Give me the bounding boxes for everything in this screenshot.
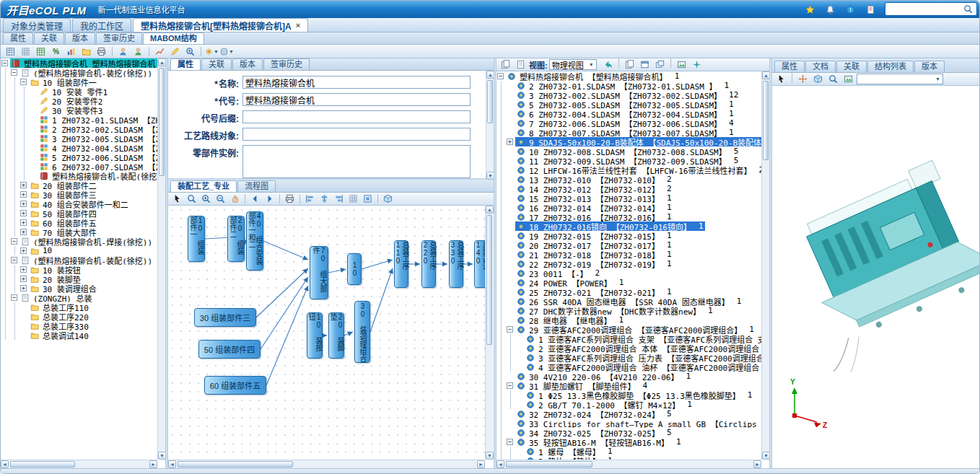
tree-row[interactable]: 10 安装 零件1 [1,87,165,96]
flow-node[interactable]: 10 组装部件一 [188,216,205,262]
chartline-icon[interactable] [153,45,167,58]
tree-row[interactable]: +60 组装部件五 [1,218,165,227]
grid-icon[interactable] [346,193,360,205]
tab-签审历史[interactable]: 签审历史 [96,32,142,44]
back-icon[interactable] [601,58,615,71]
star-icon[interactable] [803,3,816,16]
folder-icon[interactable] [79,45,93,58]
tree-row[interactable]: −(塑料热熔接铆合机-装挖(徐挖)) 塑料热熔接铆合机-装挖(徐挖) [1,68,165,77]
tree-row[interactable]: 4 ZH0732-004.SLDASM 【ZH07 [1,143,165,152]
scroll-thumb[interactable] [763,81,769,160]
tree-row[interactable]: 11 ZH0732-009.SLDASM 【ZH0732-009.SLDASM】… [496,156,769,165]
info-icon[interactable]: ! [844,3,857,16]
tree-row[interactable]: 13 ZH0732-010 【ZH0732-010】2 [496,175,769,184]
tree-row[interactable]: 18 ZH0732-016镜向 【ZH0732-016镜向】1 [496,221,769,231]
tree-row[interactable]: +30 组装部件三 [1,190,165,199]
chart-icon[interactable] [64,45,78,58]
doc-icon[interactable] [514,58,528,71]
table-icon[interactable] [4,45,17,58]
collapse-icon[interactable]: − [11,69,17,76]
tab-版本[interactable]: 版本 [65,32,95,44]
tab-属性[interactable]: 属性 [774,61,805,72]
tree-row[interactable]: 15 ZH0732-013 【ZH0732-013】1 [496,193,769,203]
tree-row[interactable]: 3 ZH0732-005.SLDASM 【ZH07 [1,133,165,143]
scroll-down-button[interactable]: ▼ [158,452,165,460]
tree-row[interactable]: 23 0011 【-】2 [496,268,769,278]
tree-row[interactable]: −35 轻按钮AB16-M 【轻按钮AB16-M】1 [496,437,769,447]
hand-icon[interactable] [228,193,242,205]
flow-node[interactable]: 30 组装部件三 [194,308,256,327]
field-input-名称[interactable] [242,76,471,89]
align-left-icon[interactable] [303,193,317,205]
expand-icon[interactable]: + [20,276,27,282]
db-icon[interactable]: ▼ [220,45,234,58]
zoom-icon[interactable] [185,193,198,205]
expand-icon[interactable]: + [20,266,27,273]
field-input-代号[interactable] [242,93,471,106]
cascade-icon[interactable] [653,58,667,71]
scroll-left-button[interactable]: ◄ [1,460,9,468]
expand-icon[interactable]: + [20,285,27,291]
align-right-icon[interactable] [332,193,346,205]
field-input-代号后缀[interactable] [242,110,471,123]
scroll-up-button[interactable]: ▲ [486,71,494,79]
tree-row[interactable]: 25 ZH0732-021 【ZH0732-021】1 [496,287,769,297]
zoom-in-icon[interactable] [183,45,197,58]
tree-row[interactable]: +50 组装部件四 [1,209,165,218]
flow-node[interactable]: 60 组装部件五 [204,376,266,395]
move-icon[interactable] [796,73,810,85]
tree-row[interactable]: 24 POWER 【POWER】1 [496,278,769,287]
tree-row[interactable]: 3 亚德客AFC系列调理组合_压力表 【亚德客AFC2000调理组合_压力 [496,353,769,362]
tree-row[interactable]: 6 ZH0732-007.SLDASM 【ZH07 [1,162,165,171]
align-center-icon[interactable] [318,193,331,205]
tree-row[interactable]: −(塑料热熔接铆合机-装配(徐挖)) 塑料热熔接铆合机-装配(徐挖) [1,255,165,265]
collapse-icon[interactable]: − [1,60,8,66]
scroll-thumb[interactable] [486,215,492,345]
flow-node[interactable]: 总装调试140 [474,240,485,288]
sheet-icon[interactable] [34,45,48,58]
tab-结构列表[interactable]: 结构列表 [867,61,914,72]
pencil-icon[interactable] [168,45,182,58]
tree-row[interactable]: +20 组装部件二 [1,180,165,190]
tree-row[interactable]: +30 装调理组合 [1,284,165,293]
flow-vscroll[interactable]: ▲ ▼ [485,206,493,460]
tab-MABOM结构[interactable]: MABOM结构 [143,32,204,44]
tree-row[interactable]: +70 组装大部件 [1,227,165,237]
tree-row[interactable]: 20 ZH0732-017 【ZH0732-017】1 [496,240,769,250]
nav-right-icon[interactable] [263,193,276,205]
tab-属性[interactable]: 属性 [170,58,201,70]
flow-node[interactable]: 30 装调理组合 [354,301,370,363]
scroll-down-button[interactable]: ▼ [762,452,769,460]
flow-node[interactable]: 50 组装部件四 [198,340,261,359]
collapse-icon[interactable]: − [11,238,17,245]
user-icon[interactable] [116,45,130,58]
nav-left-icon[interactable] [248,193,262,205]
tree-row[interactable]: 16 ZH0732-014 【ZH0732-014】1 [496,203,769,212]
tree-row[interactable]: 33 Circlips for shaft—Type A small GB 【C… [496,418,769,428]
close-tab-icon[interactable]: × [296,21,300,30]
search-icon[interactable] [961,3,975,15]
tree-row[interactable]: 21 ZH0732-018 【ZH0732-018】1 [496,250,769,259]
scroll-down-button[interactable]: ▼ [486,172,494,180]
flow-node[interactable]: 10 [347,253,362,285]
tree-row[interactable]: 4 亚德客AFC2000调理组合_油杯 【亚德客AFC2000调理组合_油杯 [496,362,769,372]
tree-row[interactable]: −塑料热熔接铆合机 【塑料热熔接铆合机】1 [496,71,769,81]
zoom-icon[interactable] [826,73,840,85]
field-input-零部件实例[interactable] [242,145,471,178]
flag-icon[interactable] [864,3,877,16]
tree-row[interactable]: −10 组装部件一 [1,77,165,87]
zoom-in-icon[interactable] [199,193,213,205]
scroll-right-button[interactable]: ► [149,460,157,468]
print-icon[interactable] [95,45,108,58]
tab-版本[interactable]: 版本 [914,61,945,72]
scroll-down-button[interactable]: ▼ [486,452,494,460]
tree-row[interactable]: 7 ZH0732-006.SLDASM 【ZH0732-006.SLDASM】4 [496,118,769,128]
cad-viewport[interactable]: Y Z [772,86,980,468]
gear2-icon[interactable]: ▼ [205,45,219,58]
bom-vscroll[interactable]: ▲ ▼ [761,71,769,460]
tree-row[interactable]: 17 ZH0732-016 【ZH0732-016】1 [496,212,769,221]
scroll-up-button[interactable]: ▲ [158,58,165,66]
expand-icon[interactable]: + [20,247,27,254]
tree-row[interactable]: 28 继电器 【继电器】1 [496,315,769,325]
collapse-icon[interactable]: − [497,73,504,79]
